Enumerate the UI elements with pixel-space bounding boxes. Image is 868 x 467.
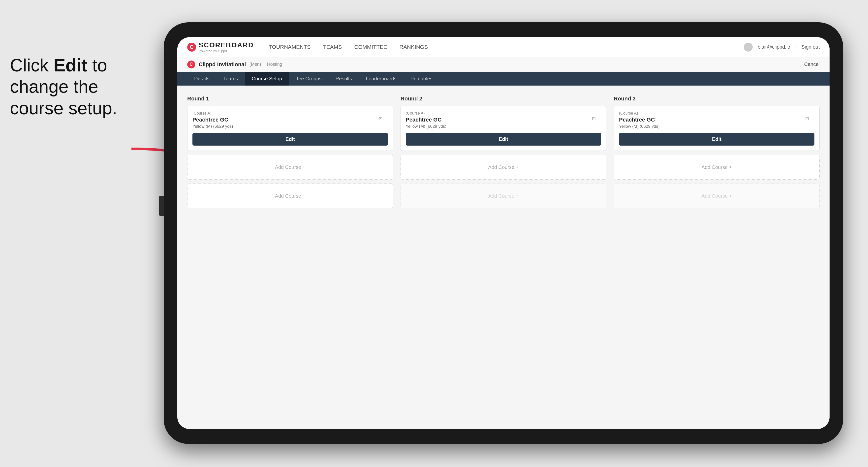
round-2-title: Round 2 [401, 95, 607, 102]
nav-teams[interactable]: TEAMS [323, 44, 342, 50]
tablet-frame: C SCOREBOARD Powered by clippd TOURNAMEN… [164, 22, 843, 444]
instruction-panel: Click Edit to change the course setup. [0, 0, 164, 467]
tab-leaderboards[interactable]: Leaderboards [359, 72, 403, 86]
tablet-screen: C SCOREBOARD Powered by clippd TOURNAMEN… [177, 37, 830, 429]
round-1-course-details: Yellow (M) (6629 yds) [192, 124, 388, 129]
top-nav: C SCOREBOARD Powered by clippd TOURNAMEN… [177, 37, 830, 57]
round-3-add-course-1-label: Add Course + [702, 164, 732, 170]
nav-rankings[interactable]: RANKINGS [400, 44, 428, 50]
round-3-add-course-2-label: Add Course + [702, 193, 732, 199]
tab-details[interactable]: Details [187, 72, 216, 86]
round-1-course-label: (Course A) [192, 111, 388, 116]
sign-out-link[interactable]: Sign out [802, 44, 819, 50]
brand-c-logo: C [187, 43, 196, 52]
tablet-side-button [159, 196, 164, 216]
round-1-add-course-1-label: Add Course + [275, 164, 306, 170]
tab-course-setup[interactable]: Course Setup [245, 72, 289, 86]
round-2-course-details: Yellow (M) (6629 yds) [406, 124, 601, 129]
round-2-add-course-1[interactable]: Add Course + [401, 155, 607, 180]
user-avatar [744, 43, 753, 52]
round-2-delete-button[interactable]: ⊡ [590, 115, 597, 122]
round-3-course-details: Yellow (M) (6629 yds) [619, 124, 814, 129]
brand-text: SCOREBOARD Powered by clippd [199, 41, 254, 53]
tournament-logo: C [187, 61, 195, 68]
round-3-add-course-2: Add Course + [614, 184, 819, 208]
round-1-title: Round 1 [187, 95, 393, 102]
nav-separator: | [795, 44, 796, 50]
nav-links: TOURNAMENTS TEAMS COMMITTEE RANKINGS [269, 44, 428, 50]
tabs-bar: Details Teams Course Setup Tee Groups Re… [177, 72, 830, 86]
round-3-title: Round 3 [614, 95, 819, 102]
round-2-add-course-2-label: Add Course + [488, 193, 519, 199]
hosting-badge: Hosting [267, 62, 282, 67]
round-1-edit-button[interactable]: Edit [192, 133, 388, 146]
tournament-info: C Clippd Invitational (Men) Hosting [187, 61, 282, 68]
round-2-column: Round 2 ⊡ (Course A) Peachtree GC Yellow… [401, 95, 607, 212]
round-1-add-course-1[interactable]: Add Course + [187, 155, 393, 180]
rounds-grid: Round 1 ⊡ (Course A) Peachtree GC Yellow… [187, 95, 819, 212]
round-1-course-card: ⊡ (Course A) Peachtree GC Yellow (M) (66… [187, 106, 393, 151]
round-1-add-course-2[interactable]: Add Course + [187, 184, 393, 208]
nav-tournaments[interactable]: TOURNAMENTS [269, 44, 311, 50]
cancel-button[interactable]: Cancel [804, 62, 819, 67]
round-1-card-inner: ⊡ (Course A) Peachtree GC Yellow (M) (66… [192, 111, 388, 146]
round-3-delete-button[interactable]: ⊡ [804, 115, 810, 122]
round-3-course-name: Peachtree GC [619, 117, 814, 123]
nav-right: blair@clippd.io | Sign out [744, 43, 819, 52]
tab-printables[interactable]: Printables [403, 72, 439, 86]
round-2-course-card: ⊡ (Course A) Peachtree GC Yellow (M) (66… [401, 106, 607, 151]
round-3-course-label: (Course A) [619, 111, 814, 116]
sub-header: C Clippd Invitational (Men) Hosting Canc… [177, 57, 830, 72]
tournament-gender: (Men) [249, 62, 261, 67]
round-3-course-card: ⊡ (Course A) Peachtree GC Yellow (M) (66… [614, 106, 819, 151]
round-2-course-label: (Course A) [406, 111, 601, 116]
tab-results[interactable]: Results [329, 72, 359, 86]
instruction-text: Click Edit to change the course setup. [0, 44, 144, 129]
user-email: blair@clippd.io [757, 44, 790, 50]
round-1-course-name: Peachtree GC [192, 117, 388, 123]
brand-logo-area: C SCOREBOARD Powered by clippd [187, 41, 254, 53]
tab-tee-groups[interactable]: Tee Groups [289, 72, 328, 86]
tab-teams[interactable]: Teams [216, 72, 245, 86]
nav-left: C SCOREBOARD Powered by clippd TOURNAMEN… [187, 41, 428, 53]
round-3-column: Round 3 ⊡ (Course A) Peachtree GC Yellow… [614, 95, 819, 212]
app-wrapper: C SCOREBOARD Powered by clippd TOURNAMEN… [177, 37, 830, 429]
brand-sub: Powered by clippd [199, 49, 254, 53]
round-3-card-inner: ⊡ (Course A) Peachtree GC Yellow (M) (66… [619, 111, 814, 146]
round-3-edit-button[interactable]: Edit [619, 133, 814, 146]
main-content: Round 1 ⊡ (Course A) Peachtree GC Yellow… [177, 86, 830, 429]
nav-committee[interactable]: COMMITTEE [354, 44, 387, 50]
round-2-course-name: Peachtree GC [406, 117, 601, 123]
brand-name: SCOREBOARD [199, 41, 254, 49]
round-1-delete-button[interactable]: ⊡ [377, 115, 384, 122]
round-2-card-inner: ⊡ (Course A) Peachtree GC Yellow (M) (66… [406, 111, 601, 146]
round-2-add-course-2: Add Course + [401, 184, 607, 208]
round-2-add-course-1-label: Add Course + [488, 164, 519, 170]
round-2-edit-button[interactable]: Edit [406, 133, 601, 146]
round-3-add-course-1[interactable]: Add Course + [614, 155, 819, 180]
round-1-add-course-2-label: Add Course + [275, 193, 306, 199]
round-1-column: Round 1 ⊡ (Course A) Peachtree GC Yellow… [187, 95, 393, 212]
tournament-name: Clippd Invitational [199, 61, 246, 68]
